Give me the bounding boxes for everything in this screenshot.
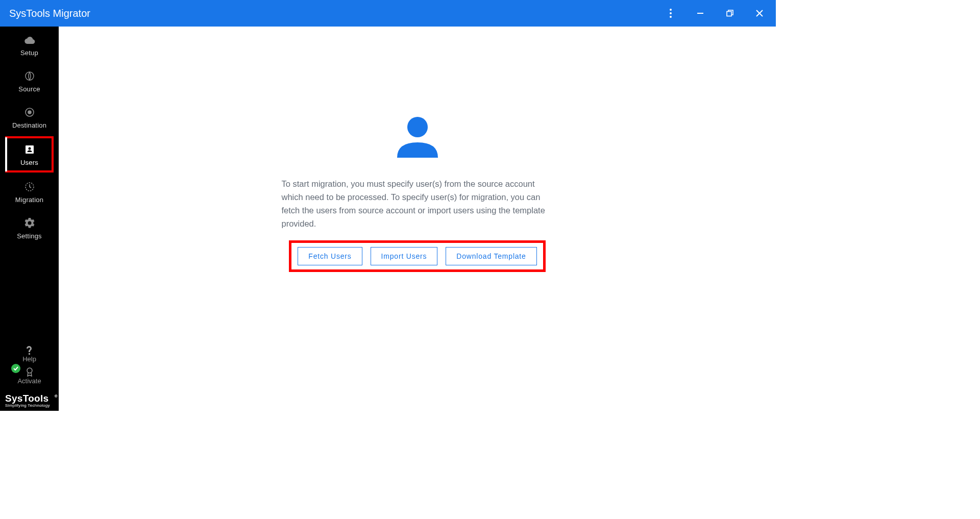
svg-point-11 bbox=[28, 147, 31, 150]
sidebar-item-source[interactable]: Source bbox=[0, 63, 59, 99]
users-empty-state: To start migration, you must specify use… bbox=[282, 116, 553, 272]
cloud-icon bbox=[24, 34, 35, 46]
body-container: Setup Source Destination Users bbox=[0, 27, 776, 411]
close-button[interactable] bbox=[752, 6, 767, 20]
main-content: To start migration, you must specify use… bbox=[59, 27, 776, 411]
titlebar-controls bbox=[664, 6, 767, 20]
sidebar-help-label: Help bbox=[22, 355, 36, 363]
sidebar: Setup Source Destination Users bbox=[0, 27, 59, 411]
sidebar-nav: Setup Source Destination Users bbox=[0, 27, 59, 246]
sidebar-bottom: Help Activate SysTools® Simplifying Tech… bbox=[0, 343, 59, 411]
sidebar-item-label: Destination bbox=[12, 121, 46, 129]
badge-icon bbox=[25, 367, 34, 377]
sidebar-item-label: Migration bbox=[15, 196, 43, 204]
gear-icon bbox=[24, 217, 35, 229]
fetch-users-button[interactable]: Fetch Users bbox=[298, 247, 362, 265]
maximize-button[interactable] bbox=[723, 6, 737, 20]
svg-point-2 bbox=[670, 16, 672, 18]
help-icon bbox=[26, 345, 33, 355]
destination-icon bbox=[24, 106, 35, 118]
sidebar-item-settings[interactable]: Settings bbox=[0, 210, 59, 246]
sidebar-item-label: Source bbox=[18, 85, 40, 93]
download-template-button[interactable]: Download Template bbox=[446, 247, 536, 265]
sidebar-item-label: Users bbox=[20, 159, 38, 166]
sidebar-item-label: Settings bbox=[17, 232, 42, 240]
import-users-button[interactable]: Import Users bbox=[371, 247, 438, 265]
sidebar-item-destination[interactable]: Destination bbox=[0, 99, 59, 135]
svg-point-1 bbox=[670, 12, 672, 14]
brand-logo: SysTools® Simplifying Technology bbox=[0, 390, 59, 411]
sidebar-item-activate[interactable]: Activate bbox=[0, 365, 59, 390]
activation-status-badge bbox=[11, 364, 20, 373]
action-button-row: Fetch Users Import Users Download Templa… bbox=[289, 240, 545, 272]
sidebar-item-setup[interactable]: Setup bbox=[0, 27, 59, 63]
minimize-icon bbox=[697, 10, 704, 17]
svg-rect-4 bbox=[727, 12, 731, 16]
sidebar-item-label: Setup bbox=[20, 49, 38, 57]
svg-point-7 bbox=[26, 72, 34, 80]
sidebar-item-migration[interactable]: Migration bbox=[0, 174, 59, 210]
minimize-button[interactable] bbox=[693, 6, 707, 20]
vertical-dots-icon bbox=[670, 9, 672, 18]
svg-point-14 bbox=[407, 117, 428, 137]
instruction-text: To start migration, you must specify use… bbox=[282, 177, 553, 230]
user-avatar-icon bbox=[397, 116, 438, 158]
app-title: SysTools Migrator bbox=[9, 8, 90, 19]
close-icon bbox=[756, 10, 763, 17]
users-icon bbox=[25, 143, 34, 156]
sidebar-item-users[interactable]: Users bbox=[5, 136, 54, 172]
more-options-button[interactable] bbox=[664, 6, 678, 20]
source-icon bbox=[24, 70, 35, 82]
maximize-icon bbox=[726, 10, 733, 17]
svg-point-0 bbox=[670, 9, 672, 11]
check-icon bbox=[13, 366, 18, 370]
titlebar: SysTools Migrator bbox=[0, 0, 776, 27]
svg-point-9 bbox=[28, 111, 31, 114]
sidebar-activate-label: Activate bbox=[17, 377, 41, 385]
brand-logo-text: SysTools® bbox=[5, 393, 54, 404]
migration-icon bbox=[24, 181, 35, 193]
sidebar-item-help[interactable]: Help bbox=[0, 343, 59, 365]
svg-point-13 bbox=[27, 368, 32, 373]
